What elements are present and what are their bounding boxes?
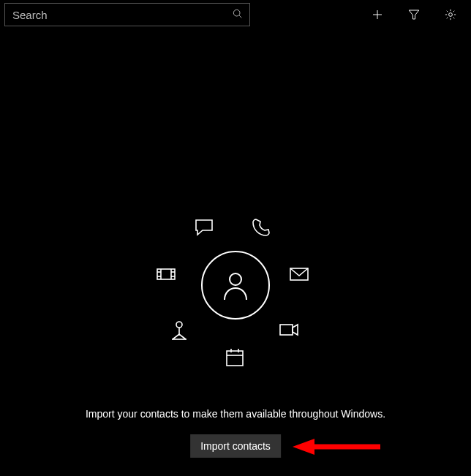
svg-point-5 [449, 13, 453, 17]
empty-state-message: Import your contacts to make them availa… [0, 408, 471, 420]
add-button[interactable] [361, 3, 393, 26]
empty-state-graphic [0, 205, 471, 380]
import-contacts-button[interactable]: Import contacts [190, 434, 281, 458]
svg-rect-7 [157, 269, 175, 279]
map-pin-icon [167, 317, 192, 342]
svg-rect-20 [227, 351, 243, 366]
search-icon[interactable] [232, 8, 244, 22]
video-icon [276, 317, 301, 342]
phone-icon [249, 215, 274, 240]
film-icon [154, 262, 178, 287]
calendar-icon [222, 345, 247, 370]
chat-icon [192, 215, 216, 240]
search-input[interactable] [11, 8, 232, 22]
settings-button[interactable] [434, 3, 467, 26]
svg-rect-18 [280, 325, 293, 335]
search-box[interactable] [4, 3, 250, 26]
svg-point-15 [176, 322, 182, 328]
svg-marker-4 [409, 10, 419, 19]
svg-marker-31 [293, 439, 314, 455]
contact-center-icon [201, 251, 270, 320]
svg-marker-19 [293, 325, 298, 335]
svg-point-0 [233, 10, 240, 16]
mail-icon [287, 262, 312, 287]
annotation-arrow [293, 437, 380, 456]
filter-button[interactable] [398, 3, 430, 26]
svg-line-1 [239, 15, 241, 18]
svg-point-6 [230, 273, 241, 285]
